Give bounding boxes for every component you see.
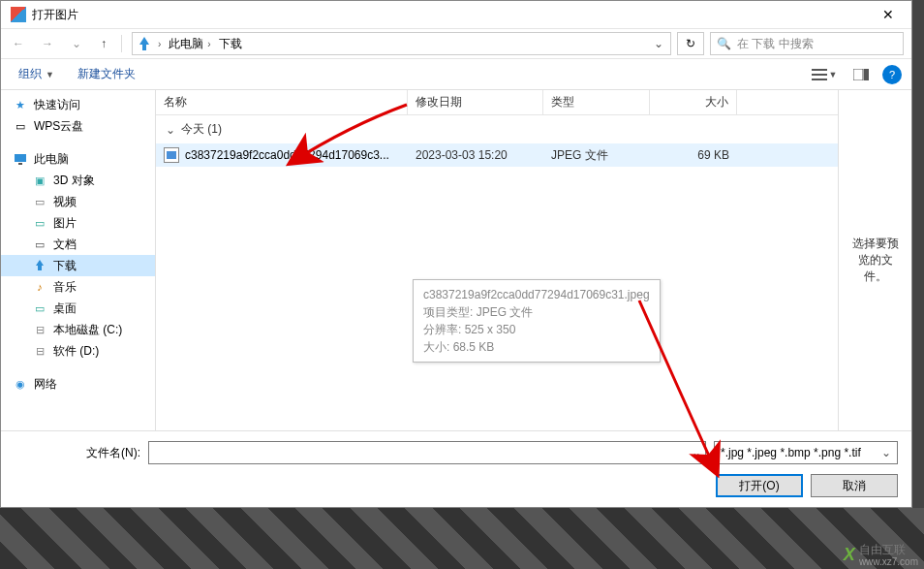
sidebar-music[interactable]: ♪音乐	[1, 276, 155, 298]
help-button[interactable]: ?	[882, 65, 902, 84]
sidebar-local-disk-c[interactable]: ⊟本地磁盘 (C:)	[1, 319, 155, 340]
nav-recent-dropdown[interactable]: ⌄	[63, 32, 90, 55]
sidebar-this-pc[interactable]: 此电脑	[1, 148, 155, 170]
file-row[interactable]: c3837219a9f2cca0dd77294d17069c3... 2023-…	[156, 143, 838, 167]
location-icon	[135, 34, 154, 53]
sidebar-software-d[interactable]: ⊟软件 (D:)	[1, 340, 155, 362]
file-tooltip: c3837219a9f2cca0dd77294d17069c31.jpeg 项目…	[413, 279, 661, 363]
watermark-logo: X	[844, 545, 855, 565]
nav-separator	[121, 35, 122, 52]
file-type: JPEG 文件	[543, 147, 650, 164]
file-name: c3837219a9f2cca0dd77294d17069c3...	[185, 148, 389, 162]
sidebar-wps-cloud[interactable]: ▭WPS云盘	[1, 115, 155, 137]
watermark-url: www.xz7.com	[859, 556, 918, 567]
column-headers: 名称 修改日期 类型 大小	[156, 90, 838, 115]
jpeg-file-icon	[164, 147, 179, 163]
view-mode-button[interactable]: ▼	[809, 64, 840, 85]
sidebar-documents[interactable]: ▭文档	[1, 234, 155, 255]
sidebar: ★快速访问 ▭WPS云盘 此电脑 ▣3D 对象 ▭视频 ▭图片 ▭文档 下载 ♪…	[1, 90, 156, 430]
monitor-icon	[13, 151, 28, 167]
download-icon	[32, 258, 47, 273]
address-bar[interactable]: › 此电脑› 下载 ⌄	[132, 32, 671, 55]
nav-back-button[interactable]: ←	[5, 32, 32, 55]
titlebar: 打开图片 ✕	[1, 1, 911, 28]
col-date[interactable]: 修改日期	[408, 90, 543, 114]
col-size[interactable]: 大小	[650, 90, 737, 114]
background-texture	[0, 508, 924, 569]
sidebar-videos[interactable]: ▭视频	[1, 191, 155, 212]
preview-pane-button[interactable]	[846, 64, 877, 85]
cancel-button[interactable]: 取消	[811, 474, 898, 497]
address-dropdown-icon[interactable]: ⌄	[649, 37, 668, 50]
svg-rect-2	[812, 79, 827, 80]
tooltip-filename: c3837219a9f2cca0dd77294d17069c31.jpeg	[423, 286, 650, 303]
tooltip-itemtype: 项目类型: JPEG 文件	[423, 303, 650, 321]
dialog-body: ★快速访问 ▭WPS云盘 此电脑 ▣3D 对象 ▭视频 ▭图片 ▭文档 下载 ♪…	[1, 90, 911, 430]
filename-label: 文件名(N):	[73, 445, 140, 461]
sidebar-3d-objects[interactable]: ▣3D 对象	[1, 170, 155, 191]
sidebar-downloads[interactable]: 下载	[1, 255, 155, 276]
new-folder-button[interactable]: 新建文件夹	[70, 62, 143, 86]
svg-rect-4	[864, 69, 869, 80]
watermark-brand: 自由互联	[859, 544, 918, 556]
file-size: 69 KB	[650, 148, 737, 162]
file-area: 名称 修改日期 类型 大小 ⌄今天 (1) c3837219a9f2cca0dd…	[156, 90, 911, 430]
preview-pane: 选择要预览的文件。	[838, 90, 911, 430]
toolbar: 组织▼ 新建文件夹 ▼ ?	[1, 59, 911, 90]
breadcrumb-downloads[interactable]: 下载	[215, 36, 246, 52]
watermark: X 自由互联 www.xz7.com	[844, 544, 918, 567]
nav-forward-button[interactable]: →	[34, 32, 61, 55]
app-icon	[11, 7, 26, 22]
nav-up-button[interactable]: ↑	[92, 32, 115, 55]
svg-rect-1	[812, 74, 827, 76]
sidebar-pictures[interactable]: ▭图片	[1, 212, 155, 234]
breadcrumb-thispc[interactable]: 此电脑›	[165, 36, 214, 52]
svg-rect-0	[812, 69, 827, 71]
search-placeholder: 在 下载 中搜索	[737, 36, 814, 52]
open-button[interactable]: 打开(O)	[716, 474, 803, 497]
svg-rect-5	[15, 154, 26, 162]
close-button[interactable]: ✕	[869, 1, 908, 28]
file-date: 2023-03-03 15:20	[408, 148, 543, 162]
tooltip-size: 大小: 68.5 KB	[423, 338, 650, 356]
nav-bar: ← → ⌄ ↑ › 此电脑› 下载 ⌄ ↻ 🔍 在 下载 中搜索	[1, 28, 911, 59]
sidebar-network[interactable]: ◉网络	[1, 373, 155, 395]
filename-input[interactable]: ⌄	[148, 441, 706, 464]
group-today[interactable]: ⌄今天 (1)	[156, 115, 838, 143]
organize-button[interactable]: 组织▼	[11, 62, 62, 86]
filename-dropdown-icon[interactable]: ⌄	[692, 446, 701, 459]
open-file-dialog: 打开图片 ✕ ← → ⌄ ↑ › 此电脑› 下载 ⌄ ↻ 🔍 在 下载 中搜索 …	[0, 0, 912, 508]
refresh-button[interactable]: ↻	[677, 32, 704, 55]
svg-rect-6	[18, 163, 22, 165]
col-name[interactable]: 名称	[156, 90, 408, 114]
file-list: 名称 修改日期 类型 大小 ⌄今天 (1) c3837219a9f2cca0dd…	[156, 90, 838, 430]
dialog-footer: 文件名(N): ⌄ *.jpg *.jpeg *.bmp *.png *.tif…	[1, 430, 911, 507]
search-input[interactable]: 🔍 在 下载 中搜索	[710, 32, 904, 55]
col-type[interactable]: 类型	[543, 90, 650, 114]
search-icon: 🔍	[717, 37, 731, 50]
sidebar-quick-access[interactable]: ★快速访问	[1, 94, 155, 115]
sidebar-desktop[interactable]: ▭桌面	[1, 298, 155, 319]
dialog-title: 打开图片	[32, 7, 869, 23]
filetype-filter[interactable]: *.jpg *.jpeg *.bmp *.png *.tif⌄	[714, 441, 898, 464]
tooltip-resolution: 分辨率: 525 x 350	[423, 321, 650, 338]
svg-rect-3	[853, 69, 863, 80]
